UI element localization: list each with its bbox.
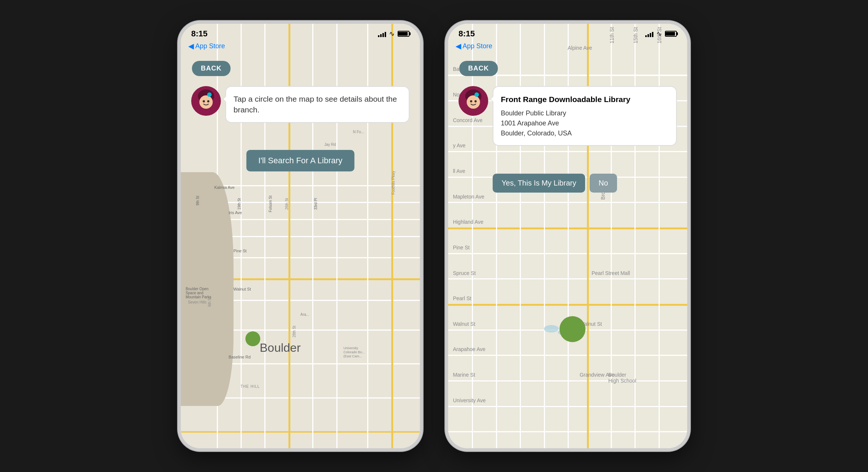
- nav-back-label-2: App Store: [463, 42, 492, 50]
- avatar-face-1: [193, 88, 219, 114]
- street-marine: Marine St: [453, 372, 475, 378]
- boulder-city-label: Boulder: [260, 341, 301, 355]
- signal-bar-7: [650, 33, 651, 37]
- map-label-foothills: Foothills Pkwy: [391, 171, 395, 195]
- map-label-baseline: Baseline Rd: [229, 355, 251, 359]
- battery-fill-1: [398, 32, 408, 36]
- phone-1-inner: Kalmia Ave Iris Ave Pine St Walnut St Ba…: [181, 24, 420, 448]
- avatar-1: [191, 86, 221, 116]
- street-mapleton: Mapleton Ave: [453, 194, 484, 200]
- street-spruce: Spruce St: [453, 270, 476, 276]
- svg-point-11: [474, 92, 479, 97]
- water-feature: [544, 325, 559, 332]
- library-popup: Front Range Downloadable Library Boulder…: [493, 86, 677, 146]
- map-label-the-hill: THE HILL: [241, 384, 260, 389]
- map-label-19th: 19th St: [237, 198, 241, 210]
- battery-icon-1: [398, 31, 409, 37]
- svg-point-5: [207, 92, 212, 97]
- map-label-pine: Pine St: [234, 249, 247, 253]
- signal-bar-3: [382, 33, 384, 37]
- status-bar-2: 8:15 ∿: [448, 24, 687, 41]
- status-icons-2: ∿: [645, 30, 677, 38]
- phone-2-inner: Balsam Ave Alpine Ave North St Concord A…: [448, 24, 687, 448]
- map-label-28th: 28th St: [292, 325, 296, 337]
- battery-icon-2: [665, 31, 677, 37]
- library-name: Front Range Downloadable Library: [501, 94, 669, 105]
- signal-bar-8: [652, 32, 653, 37]
- street-ara: Arapahoe Ave: [453, 346, 486, 352]
- status-icons-1: ∿: [378, 30, 409, 38]
- status-bar-1: 8:15 ∿: [181, 24, 420, 41]
- signal-bars-1: [378, 30, 386, 37]
- status-time-1: 8:15: [191, 29, 208, 39]
- map-label-seven-hills: Seven Hills: [188, 300, 206, 305]
- signal-bar-2: [380, 34, 382, 37]
- street-boulder-hs: BoulderHigh School: [608, 372, 636, 384]
- svg-point-2: [199, 95, 213, 109]
- library-address: 1001 Arapahoe Ave: [501, 118, 669, 128]
- phone-2: Balsam Ave Alpine Ave North St Concord A…: [445, 21, 690, 451]
- speech-bubble-1: Tap a circle on the map to see details a…: [225, 86, 409, 123]
- yes-library-button[interactable]: Yes, This Is My Library: [493, 174, 585, 193]
- svg-point-9: [470, 100, 472, 102]
- street-highland: Highland Ave: [453, 219, 483, 225]
- back-button-2[interactable]: BACK: [459, 61, 498, 76]
- street-walnut: Walnut St: [453, 321, 475, 327]
- back-arrow-icon-2: ◀: [456, 42, 461, 50]
- street-university: University Ave: [453, 397, 486, 403]
- battery-fill-2: [666, 32, 675, 36]
- map-label-iris: Iris Ave: [229, 210, 242, 215]
- street-pearl-mall: Pearl Street Mall: [591, 270, 630, 276]
- svg-point-10: [474, 100, 477, 102]
- avatar-face-2: [460, 88, 486, 114]
- street-pine: Pine St: [453, 245, 470, 250]
- map-label-jay-rd: Jay Rd: [324, 142, 336, 147]
- map-label-ara: Ara...: [300, 312, 309, 317]
- svg-point-4: [207, 100, 209, 102]
- signal-bar-6: [647, 34, 649, 37]
- map-label-kalmia: Kalmia Ave: [214, 185, 235, 190]
- phone-1: Kalmia Ave Iris Ave Pine St Walnut St Ba…: [178, 21, 423, 451]
- back-arrow-icon-1: ◀: [188, 42, 194, 50]
- nav-back-2[interactable]: ◀ App Store: [456, 42, 492, 50]
- boulder-map-dot[interactable]: [245, 331, 260, 346]
- map-label-nfo: N Fo...: [353, 130, 364, 134]
- library-system: Boulder Public Library: [501, 108, 669, 118]
- nav-bar-1: ◀ App Store: [181, 40, 420, 53]
- street-ll-ave: ll Ave: [453, 168, 465, 174]
- map-label-26th: 26th St: [285, 198, 289, 210]
- wifi-icon-2: ∿: [656, 30, 662, 38]
- svg-point-8: [467, 95, 480, 109]
- signal-bar-1: [378, 35, 379, 37]
- map-label-9th: 9th St: [196, 196, 200, 205]
- nav-back-1[interactable]: ◀ App Store: [188, 42, 225, 50]
- signal-bars-2: [645, 30, 653, 37]
- signal-bar-4: [385, 32, 386, 37]
- map-label-university: UniversityColorado Bo...(East Cam...: [343, 346, 365, 358]
- back-button-1[interactable]: BACK: [192, 61, 231, 76]
- library-map-dot[interactable]: [559, 316, 585, 342]
- map-label-33rd: 33rd Pl: [314, 198, 318, 210]
- signal-bar-5: [645, 35, 647, 37]
- street-concord: Concord Ave: [453, 117, 483, 123]
- library-city: Boulder, Colorado, USA: [501, 128, 669, 138]
- search-library-button[interactable]: I'll Search For A Library: [247, 150, 355, 171]
- street-pearl: Pearl St: [453, 295, 471, 301]
- map-label-folsom: Folsom St: [268, 196, 273, 212]
- status-time-2: 8:15: [459, 29, 475, 39]
- map-label-6th: 6th St: [208, 297, 212, 307]
- no-library-button[interactable]: No: [590, 174, 617, 193]
- phones-container: Kalmia Ave Iris Ave Pine St Walnut St Ba…: [178, 21, 690, 451]
- svg-point-3: [203, 100, 205, 102]
- wifi-icon-1: ∿: [389, 30, 395, 38]
- library-action-buttons: Yes, This Is My Library No: [493, 174, 617, 193]
- map-label-walnut: Walnut St: [234, 287, 251, 291]
- nav-bar-2: ◀ App Store: [448, 40, 687, 53]
- avatar-2: [459, 86, 488, 116]
- street-y-ave: y Ave: [453, 142, 466, 148]
- nav-back-label-1: App Store: [195, 42, 225, 50]
- bubble-text-1: Tap a circle on the map to see details a…: [234, 95, 397, 114]
